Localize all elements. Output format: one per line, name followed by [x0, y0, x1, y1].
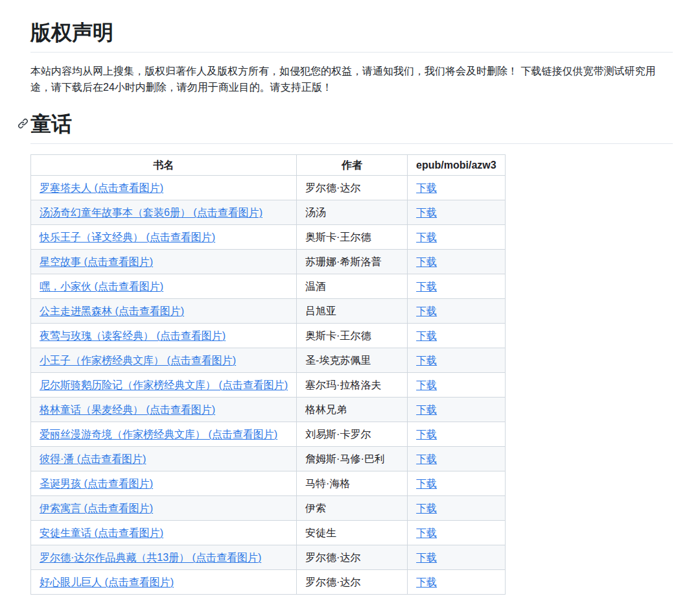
- table-row: 格林童话（果麦经典） (点击查看图片)格林兄弟下载: [31, 398, 506, 422]
- book-author: 罗尔德·达尔: [297, 570, 408, 595]
- book-author: 奥斯卡·王尔德: [297, 324, 408, 348]
- book-author: 詹姆斯·马修·巴利: [297, 447, 408, 471]
- book-title-link[interactable]: 格林童话（果麦经典） (点击查看图片): [40, 404, 215, 415]
- table-row: 罗塞塔夫人 (点击查看图片)罗尔德·达尔下载: [31, 176, 506, 200]
- table-row: 彼得·潘 (点击查看图片)詹姆斯·马修·巴利下载: [31, 447, 506, 471]
- book-title-link[interactable]: 公主走进黑森林 (点击查看图片): [40, 305, 184, 316]
- download-link[interactable]: 下载: [416, 182, 437, 193]
- table-row: 爱丽丝漫游奇境（作家榜经典文库） (点击查看图片)刘易斯·卡罗尔下载: [31, 422, 506, 447]
- book-title-link[interactable]: 星空故事 (点击查看图片): [40, 256, 153, 267]
- download-cell: 下载: [408, 570, 506, 595]
- download-cell: 下载: [408, 521, 506, 545]
- markdown-body: 版权声明 本站内容均从网上搜集，版权归著作人及版权方所有，如侵犯您的权益，请通知…: [0, 0, 700, 595]
- book-title-link[interactable]: 罗尔德·达尔作品典藏（共13册） (点击查看图片): [40, 552, 261, 563]
- download-link[interactable]: 下载: [416, 404, 437, 415]
- download-link[interactable]: 下载: [416, 256, 437, 267]
- download-cell: 下载: [408, 176, 506, 200]
- book-title-link[interactable]: 嘿，小家伙 (点击查看图片): [40, 281, 163, 292]
- book-title-cell: 罗塞塔夫人 (点击查看图片): [31, 176, 297, 200]
- book-title-cell: 小王子（作家榜经典文库） (点击查看图片): [31, 348, 297, 373]
- book-author: 罗尔德·达尔: [297, 176, 408, 200]
- download-link[interactable]: 下载: [416, 577, 437, 588]
- book-author: 安徒生: [297, 521, 408, 545]
- book-title-link[interactable]: 爱丽丝漫游奇境（作家榜经典文库） (点击查看图片): [40, 429, 277, 440]
- book-author: 汤汤: [297, 200, 408, 225]
- book-title-link[interactable]: 小王子（作家榜经典文库） (点击查看图片): [40, 355, 236, 366]
- book-title-link[interactable]: 夜莺与玫瑰（读客经典） (点击查看图片): [40, 330, 226, 341]
- book-title-link[interactable]: 汤汤奇幻童年故事本（套装6册） (点击查看图片): [40, 207, 262, 218]
- header-row: 书名 作者 epub/mobi/azw3: [31, 155, 506, 176]
- section-heading-text: 童话: [30, 112, 72, 136]
- book-author: 罗尔德·达尔: [297, 545, 408, 570]
- download-link[interactable]: 下载: [416, 330, 437, 341]
- column-header-book-title: 书名: [31, 155, 297, 176]
- book-author: 伊索: [297, 496, 408, 521]
- section-heading-fairy-tales: 童话: [30, 111, 673, 144]
- download-cell: 下载: [408, 200, 506, 225]
- book-title-cell: 汤汤奇幻童年故事本（套装6册） (点击查看图片): [31, 200, 297, 225]
- table-row: 尼尔斯骑鹅历险记（作家榜经典文库） (点击查看图片)塞尔玛·拉格洛夫下载: [31, 373, 506, 398]
- download-cell: 下载: [408, 496, 506, 521]
- download-cell: 下载: [408, 274, 506, 299]
- download-link[interactable]: 下载: [416, 503, 437, 514]
- download-cell: 下载: [408, 299, 506, 324]
- copyright-heading-text: 版权声明: [30, 21, 113, 44]
- book-title-link[interactable]: 安徒生童话 (点击查看图片): [40, 527, 163, 538]
- book-title-cell: 格林童话（果麦经典） (点击查看图片): [31, 398, 297, 422]
- download-cell: 下载: [408, 447, 506, 471]
- book-author: 马特·海格: [297, 471, 408, 496]
- copyright-text: 本站内容均从网上搜集，版权归著作人及版权方所有，如侵犯您的权益，请通知我们，我们…: [30, 63, 673, 95]
- book-author: 刘易斯·卡罗尔: [297, 422, 408, 447]
- book-title-cell: 圣诞男孩 (点击查看图片): [31, 471, 297, 496]
- book-author: 圣-埃克苏佩里: [297, 348, 408, 373]
- table-row: 嘿，小家伙 (点击查看图片)温酒下载: [31, 274, 506, 299]
- download-cell: 下载: [408, 471, 506, 496]
- book-title-cell: 安徒生童话 (点击查看图片): [31, 521, 297, 545]
- books-table: 书名 作者 epub/mobi/azw3 罗塞塔夫人 (点击查看图片)罗尔德·达…: [30, 154, 506, 595]
- table-row: 好心眼儿巨人 (点击查看图片)罗尔德·达尔下载: [31, 570, 506, 595]
- book-title-cell: 好心眼儿巨人 (点击查看图片): [31, 570, 297, 595]
- download-link[interactable]: 下载: [416, 379, 437, 390]
- book-title-cell: 伊索寓言 (点击查看图片): [31, 496, 297, 521]
- book-title-cell: 星空故事 (点击查看图片): [31, 250, 297, 274]
- book-title-link[interactable]: 好心眼儿巨人 (点击查看图片): [40, 577, 174, 588]
- copyright-heading: 版权声明: [30, 19, 673, 53]
- book-title-link[interactable]: 伊索寓言 (点击查看图片): [40, 503, 153, 514]
- download-cell: 下载: [408, 250, 506, 274]
- download-cell: 下载: [408, 373, 506, 398]
- book-author: 吕旭亚: [297, 299, 408, 324]
- table-row: 小王子（作家榜经典文库） (点击查看图片)圣-埃克苏佩里下载: [31, 348, 506, 373]
- table-row: 汤汤奇幻童年故事本（套装6册） (点击查看图片)汤汤下载: [31, 200, 506, 225]
- table-row: 公主走进黑森林 (点击查看图片)吕旭亚下载: [31, 299, 506, 324]
- book-title-link[interactable]: 彼得·潘 (点击查看图片): [40, 453, 146, 464]
- download-link[interactable]: 下载: [416, 232, 437, 243]
- download-link[interactable]: 下载: [416, 527, 437, 538]
- books-table-header: 书名 作者 epub/mobi/azw3: [31, 155, 506, 176]
- download-link[interactable]: 下载: [416, 478, 437, 489]
- book-title-link[interactable]: 罗塞塔夫人 (点击查看图片): [40, 182, 163, 193]
- book-title-cell: 嘿，小家伙 (点击查看图片): [31, 274, 297, 299]
- download-link[interactable]: 下载: [416, 453, 437, 464]
- column-header-format: epub/mobi/azw3: [408, 155, 506, 176]
- download-link[interactable]: 下载: [416, 305, 437, 316]
- book-title-cell: 爱丽丝漫游奇境（作家榜经典文库） (点击查看图片): [31, 422, 297, 447]
- download-link[interactable]: 下载: [416, 281, 437, 292]
- book-author: 塞尔玛·拉格洛夫: [297, 373, 408, 398]
- book-title-link[interactable]: 尼尔斯骑鹅历险记（作家榜经典文库） (点击查看图片): [40, 379, 288, 390]
- table-row: 夜莺与玫瑰（读客经典） (点击查看图片)奥斯卡·王尔德下载: [31, 324, 506, 348]
- download-link[interactable]: 下载: [416, 207, 437, 218]
- anchor-link-icon[interactable]: [17, 117, 29, 129]
- download-cell: 下载: [408, 225, 506, 250]
- book-title-link[interactable]: 快乐王子（译文经典） (点击查看图片): [40, 232, 215, 243]
- download-cell: 下载: [408, 324, 506, 348]
- book-author: 苏珊娜·希斯洛普: [297, 250, 408, 274]
- download-link[interactable]: 下载: [416, 429, 437, 440]
- download-link[interactable]: 下载: [416, 552, 437, 563]
- table-row: 快乐王子（译文经典） (点击查看图片)奥斯卡·王尔德下载: [31, 225, 506, 250]
- download-cell: 下载: [408, 398, 506, 422]
- download-link[interactable]: 下载: [416, 355, 437, 366]
- book-title-link[interactable]: 圣诞男孩 (点击查看图片): [40, 478, 153, 489]
- table-row: 安徒生童话 (点击查看图片)安徒生下载: [31, 521, 506, 545]
- table-row: 罗尔德·达尔作品典藏（共13册） (点击查看图片)罗尔德·达尔下载: [31, 545, 506, 570]
- book-author: 温酒: [297, 274, 408, 299]
